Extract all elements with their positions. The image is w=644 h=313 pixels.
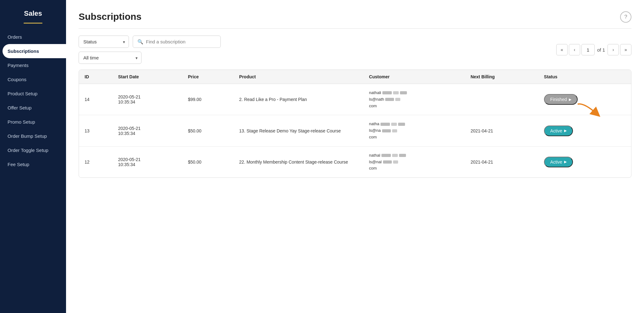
cell-status: Active ▶ <box>538 115 631 146</box>
table-row: 122020-05-21 10:35:34$50.0022. Monthly M… <box>79 146 631 177</box>
status-select[interactable]: StatusActiveFinishedCancelled <box>79 36 129 48</box>
filter-row-2: All timeLast 7 daysLast 30 daysLast 90 d… <box>79 52 221 64</box>
filters-row: StatusActiveFinishedCancelled 🔍 All time… <box>79 36 631 64</box>
current-page-display: 1 <box>581 44 595 55</box>
sidebar-divider <box>24 23 42 24</box>
prev-page-button[interactable]: ‹ <box>569 44 580 55</box>
status-badge-active[interactable]: Active ▶ <box>544 157 573 167</box>
help-button[interactable]: ? <box>620 11 631 23</box>
cell-id: 12 <box>79 146 113 177</box>
col-header-price: Price <box>182 70 234 84</box>
col-header-start-date: Start Date <box>113 70 182 84</box>
cell-start-date: 2020-05-21 10:35:34 <box>113 146 182 177</box>
col-header-customer: Customer <box>364 70 465 84</box>
cell-start-date: 2020-05-21 10:35:34 <box>113 115 182 146</box>
cell-product: 2. Read Like a Pro - Payment Plan <box>234 84 364 115</box>
sidebar-title: Sales <box>0 9 66 23</box>
table-row: 142020-05-21 10:35:34$99.002. Read Like … <box>79 84 631 115</box>
subscriptions-table: IDStart DatePriceProductCustomerNext Bil… <box>79 70 631 177</box>
sidebar-item-promo-setup[interactable]: Promo Setup <box>0 115 66 129</box>
page-header: Subscriptions ? <box>79 11 631 23</box>
cell-customer: nathalls@nalcom <box>364 146 465 177</box>
page-title: Subscriptions <box>79 11 142 22</box>
cell-next-billing: 2021-04-21 <box>465 146 538 177</box>
sidebar-item-order-toggle-setup[interactable]: Order Toggle Setup <box>0 143 66 157</box>
cell-price: $99.00 <box>182 84 234 115</box>
table-body: 142020-05-21 10:35:34$99.002. Read Like … <box>79 84 631 178</box>
sidebar-item-order-bump-setup[interactable]: Order Bump Setup <box>0 129 66 143</box>
filter-row-1: StatusActiveFinishedCancelled 🔍 <box>79 36 221 48</box>
cell-price: $50.00 <box>182 146 234 177</box>
cell-status: Active ▶ <box>538 146 631 177</box>
col-header-status: Status <box>538 70 631 84</box>
search-box: 🔍 <box>133 36 221 48</box>
table-header: IDStart DatePriceProductCustomerNext Bil… <box>79 70 631 84</box>
sidebar-item-fee-setup[interactable]: Fee Setup <box>0 157 66 171</box>
col-header-id: ID <box>79 70 113 84</box>
cell-product: 22. Monthly Membership Content Stage-rel… <box>234 146 364 177</box>
sidebar-item-coupons[interactable]: Coupons <box>0 72 66 87</box>
cell-start-date: 2020-05-21 10:35:34 <box>113 84 182 115</box>
sidebar: Sales OrdersSubscriptionsPaymentsCoupons… <box>0 0 66 313</box>
time-select-wrapper: All timeLast 7 daysLast 30 daysLast 90 d… <box>79 52 142 64</box>
cell-next-billing: 2021-04-21 <box>465 115 538 146</box>
status-badge-finished[interactable]: Finished ▶ <box>544 94 578 105</box>
sidebar-item-orders[interactable]: Orders <box>0 30 66 44</box>
table-row: 132020-05-21 10:35:34$50.0013. Stage Rel… <box>79 115 631 146</box>
cell-customer: nathals@nacom <box>364 115 465 146</box>
sidebar-item-payments[interactable]: Payments <box>0 58 66 72</box>
cell-id: 13 <box>79 115 113 146</box>
status-select-wrapper: StatusActiveFinishedCancelled <box>79 36 129 48</box>
sidebar-item-subscriptions[interactable]: Subscriptions <box>3 44 66 58</box>
header-divider <box>79 28 631 29</box>
first-page-button[interactable]: « <box>556 44 568 55</box>
cell-id: 14 <box>79 84 113 115</box>
main-content: Subscriptions ? StatusActiveFinishedCanc… <box>66 0 644 313</box>
sidebar-item-product-setup[interactable]: Product Setup <box>0 87 66 101</box>
status-badge-active[interactable]: Active ▶ <box>544 126 573 136</box>
last-page-button[interactable]: » <box>620 44 631 55</box>
cell-customer: nathalils@nathcom <box>364 84 465 115</box>
filters-left: StatusActiveFinishedCancelled 🔍 All time… <box>79 36 221 64</box>
col-header-next-billing: Next Billing <box>465 70 538 84</box>
next-page-button[interactable]: › <box>608 44 619 55</box>
search-icon: 🔍 <box>137 39 143 45</box>
col-header-product: Product <box>234 70 364 84</box>
sidebar-item-offer-setup[interactable]: Offer Setup <box>0 101 66 115</box>
search-input[interactable] <box>143 36 216 48</box>
pagination: « ‹ 1 of 1 › » <box>556 44 631 55</box>
subscriptions-table-wrapper: IDStart DatePriceProductCustomerNext Bil… <box>79 70 631 178</box>
cell-price: $50.00 <box>182 115 234 146</box>
cell-next-billing <box>465 84 538 115</box>
page-of-label: of 1 <box>596 47 606 53</box>
cell-status: Finished ▶ <box>538 84 631 115</box>
time-select[interactable]: All timeLast 7 daysLast 30 daysLast 90 d… <box>79 52 142 64</box>
cell-product: 13. Stage Release Demo Yay Stage-release… <box>234 115 364 146</box>
